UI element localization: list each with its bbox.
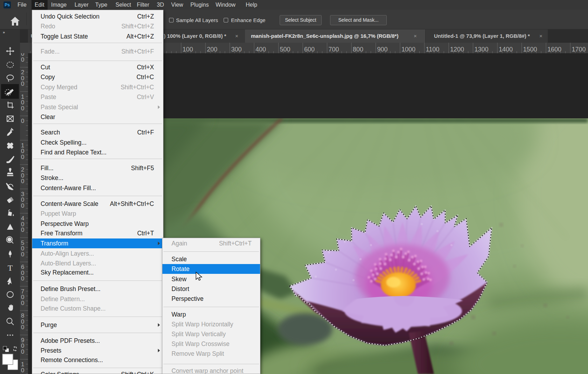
svg-text:0: 0 (21, 118, 24, 124)
svg-text:0: 0 (21, 275, 24, 282)
svg-text:0: 0 (21, 56, 24, 63)
svg-text:300: 300 (231, 46, 242, 53)
svg-text:1200: 1200 (450, 46, 464, 53)
svg-text:0: 0 (21, 81, 24, 87)
svg-text:0: 0 (21, 227, 24, 233)
svg-text:600: 600 (304, 46, 315, 53)
svg-text:1000: 1000 (401, 46, 415, 53)
svg-text:T: T (8, 263, 13, 272)
svg-text:100: 100 (183, 46, 193, 53)
svg-text:0: 0 (21, 202, 24, 209)
svg-text:0: 0 (21, 105, 24, 112)
svg-text:0: 0 (21, 251, 24, 258)
svg-text:0: 0 (21, 348, 24, 355)
svg-text:200: 200 (207, 46, 217, 53)
svg-text:0: 0 (21, 324, 24, 331)
svg-text:800: 800 (353, 46, 363, 53)
svg-text:1600: 1600 (547, 46, 561, 53)
svg-text:700: 700 (329, 46, 339, 53)
svg-text:1500: 1500 (523, 46, 537, 53)
svg-text:1100: 1100 (426, 46, 440, 53)
svg-text:900: 900 (377, 46, 388, 53)
svg-text:0: 0 (21, 154, 24, 160)
svg-text:500: 500 (280, 46, 290, 53)
svg-text:1300: 1300 (475, 46, 489, 53)
svg-text:0: 0 (21, 178, 24, 185)
svg-text:0: 0 (21, 300, 24, 306)
svg-text:1400: 1400 (499, 46, 513, 53)
svg-text:1700: 1700 (572, 46, 586, 53)
svg-text:400: 400 (255, 46, 266, 53)
svg-text:0: 0 (21, 367, 24, 374)
